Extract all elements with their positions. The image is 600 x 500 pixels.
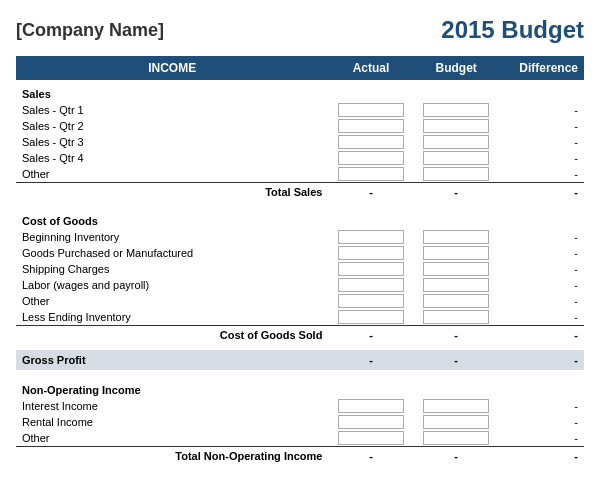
- total-cogs-budget: -: [414, 326, 499, 345]
- gross-profit-budget: -: [414, 350, 499, 370]
- cogs-goods-actual-input[interactable]: [338, 246, 404, 260]
- total-non-op-row: Total Non-Operating Income - - -: [16, 447, 584, 466]
- sales-qtr2-label: Sales - Qtr 2: [16, 118, 328, 134]
- total-sales-row: Total Sales - - -: [16, 183, 584, 202]
- cogs-other-actual-input[interactable]: [338, 294, 404, 308]
- table-row: Goods Purchased or Manufactured -: [16, 245, 584, 261]
- company-name: [Company Name]: [16, 20, 164, 41]
- cogs-shipping-diff: -: [499, 261, 584, 277]
- sales-qtr4-budget-input[interactable]: [423, 151, 489, 165]
- total-cogs-diff: -: [499, 326, 584, 345]
- cogs-labor-actual-input[interactable]: [338, 278, 404, 292]
- interest-income-label: Interest Income: [16, 398, 328, 414]
- non-operating-section-title: Non-Operating Income: [16, 376, 584, 398]
- rental-income-budget-input[interactable]: [423, 415, 489, 429]
- income-header: INCOME: [16, 56, 328, 80]
- cogs-other-label: Other: [16, 293, 328, 309]
- sales-qtr2-diff: -: [499, 118, 584, 134]
- gross-profit-row: Gross Profit - - -: [16, 350, 584, 370]
- cogs-shipping-budget-input[interactable]: [423, 262, 489, 276]
- cogs-goods-label: Goods Purchased or Manufactured: [16, 245, 328, 261]
- non-op-other-budget-input[interactable]: [423, 431, 489, 445]
- table-row: Other -: [16, 166, 584, 183]
- cogs-ending-label: Less Ending Inventory: [16, 309, 328, 326]
- sales-qtr3-budget-input[interactable]: [423, 135, 489, 149]
- gross-profit-diff: -: [499, 350, 584, 370]
- total-non-op-actual: -: [328, 447, 413, 466]
- interest-income-diff: -: [499, 398, 584, 414]
- sales-qtr3-label: Sales - Qtr 3: [16, 134, 328, 150]
- page-header: [Company Name] 2015 Budget: [16, 16, 584, 44]
- table-row: Rental Income -: [16, 414, 584, 430]
- cogs-labor-label: Labor (wages and payroll): [16, 277, 328, 293]
- cogs-shipping-actual-input[interactable]: [338, 262, 404, 276]
- sales-qtr3-diff: -: [499, 134, 584, 150]
- non-operating-title: Non-Operating Income: [16, 376, 584, 398]
- table-row: Sales - Qtr 1 -: [16, 102, 584, 118]
- cogs-ending-actual-input[interactable]: [338, 310, 404, 324]
- sales-qtr4-label: Sales - Qtr 4: [16, 150, 328, 166]
- actual-header: Actual: [328, 56, 413, 80]
- budget-table: INCOME Actual Budget Difference Sales Sa…: [16, 56, 584, 465]
- sales-qtr4-diff: -: [499, 150, 584, 166]
- cogs-other-diff: -: [499, 293, 584, 309]
- total-non-op-diff: -: [499, 447, 584, 466]
- cogs-section-title: Cost of Goods: [16, 207, 584, 229]
- rental-income-label: Rental Income: [16, 414, 328, 430]
- sales-other-label: Other: [16, 166, 328, 183]
- table-row: Less Ending Inventory -: [16, 309, 584, 326]
- table-row: Other -: [16, 293, 584, 309]
- non-op-other-label: Other: [16, 430, 328, 447]
- total-sales-diff: -: [499, 183, 584, 202]
- difference-header: Difference: [499, 56, 584, 80]
- sales-qtr3-actual-input[interactable]: [338, 135, 404, 149]
- cogs-ending-diff: -: [499, 309, 584, 326]
- total-sales-actual: -: [328, 183, 413, 202]
- cogs-goods-budget-input[interactable]: [423, 246, 489, 260]
- sales-other-actual-input[interactable]: [338, 167, 404, 181]
- sales-qtr2-actual-input[interactable]: [338, 119, 404, 133]
- cogs-beginning-label: Beginning Inventory: [16, 229, 328, 245]
- table-row: Sales - Qtr 3 -: [16, 134, 584, 150]
- non-op-other-diff: -: [499, 430, 584, 447]
- total-non-op-label: Total Non-Operating Income: [16, 447, 328, 466]
- cogs-labor-budget-input[interactable]: [423, 278, 489, 292]
- sales-other-diff: -: [499, 166, 584, 183]
- table-row: Sales - Qtr 2 -: [16, 118, 584, 134]
- non-op-other-actual-input[interactable]: [338, 431, 404, 445]
- sales-qtr2-budget-input[interactable]: [423, 119, 489, 133]
- total-sales-label: Total Sales: [16, 183, 328, 202]
- budget-header: Budget: [414, 56, 499, 80]
- table-row: Sales - Qtr 4 -: [16, 150, 584, 166]
- table-header-row: INCOME Actual Budget Difference: [16, 56, 584, 80]
- interest-income-budget-input[interactable]: [423, 399, 489, 413]
- sales-title: Sales: [16, 80, 584, 102]
- sales-qtr1-label: Sales - Qtr 1: [16, 102, 328, 118]
- total-non-op-budget: -: [414, 447, 499, 466]
- gross-profit-actual: -: [328, 350, 413, 370]
- total-cogs-row: Cost of Goods Sold - - -: [16, 326, 584, 345]
- cogs-beginning-budget-input[interactable]: [423, 230, 489, 244]
- sales-qtr4-actual-input[interactable]: [338, 151, 404, 165]
- sales-qtr1-diff: -: [499, 102, 584, 118]
- sales-qtr1-budget-input[interactable]: [423, 103, 489, 117]
- total-cogs-actual: -: [328, 326, 413, 345]
- cogs-shipping-label: Shipping Charges: [16, 261, 328, 277]
- sales-qtr1-actual-input[interactable]: [338, 103, 404, 117]
- table-row: Other -: [16, 430, 584, 447]
- cogs-labor-diff: -: [499, 277, 584, 293]
- cogs-ending-budget-input[interactable]: [423, 310, 489, 324]
- sales-other-budget-input[interactable]: [423, 167, 489, 181]
- total-sales-budget: -: [414, 183, 499, 202]
- table-row: Interest Income -: [16, 398, 584, 414]
- budget-title: 2015 Budget: [441, 16, 584, 44]
- cogs-other-budget-input[interactable]: [423, 294, 489, 308]
- cogs-beginning-actual-input[interactable]: [338, 230, 404, 244]
- rental-income-actual-input[interactable]: [338, 415, 404, 429]
- interest-income-actual-input[interactable]: [338, 399, 404, 413]
- total-cogs-label: Cost of Goods Sold: [16, 326, 328, 345]
- table-row: Shipping Charges -: [16, 261, 584, 277]
- rental-income-diff: -: [499, 414, 584, 430]
- gross-profit-label: Gross Profit: [16, 350, 328, 370]
- cogs-goods-diff: -: [499, 245, 584, 261]
